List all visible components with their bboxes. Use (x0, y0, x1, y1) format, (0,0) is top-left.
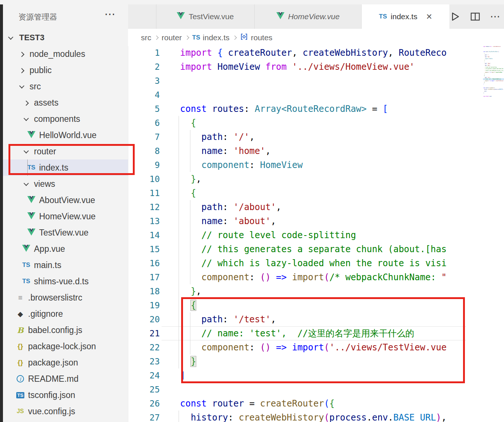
tree-item-label: tsconfig.json (28, 390, 75, 400)
line-number: 27 (128, 411, 160, 422)
json-icon: {} (18, 342, 23, 350)
typescript-icon: TS (22, 261, 30, 269)
line-number: 5 (128, 102, 160, 116)
tree-item-HomeView.vue[interactable]: HomeView.vue (3, 208, 128, 224)
tree-item-App.vue[interactable]: App.vue (3, 241, 128, 257)
line-number: 4 (128, 88, 160, 102)
editor-tab-bar: TestView.vueHomeView.vueTSindex.ts× ⋯ (128, 4, 504, 29)
tree-item-label: HelloWorld.vue (39, 130, 97, 140)
typescript-icon: TS (22, 278, 30, 285)
tree-item-label: HomeView.vue (39, 212, 96, 222)
run-icon[interactable] (449, 11, 460, 22)
tree-item-label: components (34, 114, 80, 124)
code-line-23: 23 } (128, 354, 483, 368)
breadcrumb-label: index.ts (203, 33, 229, 42)
code-line-19: 19 { (128, 298, 483, 312)
code-line-1: 1import { createRouter, createWebHistory… (128, 46, 483, 60)
tree-item-package-lock.json[interactable]: {}package-lock.json (3, 338, 128, 354)
line-number: 18 (128, 284, 160, 298)
breadcrumb-item-routes[interactable]: routes (240, 33, 272, 42)
typescript-icon: TS (379, 13, 387, 20)
explorer-sidebar: 资源管理器 ⋯ TEST3node_modulespublicsrcassets… (3, 4, 128, 422)
split-editor-icon[interactable] (470, 11, 480, 22)
minimap[interactable]: import { createRouter, createWebHistory,… (483, 46, 504, 103)
tree-item-label: src (30, 82, 41, 92)
tree-item-node_modules[interactable]: node_modules (3, 46, 128, 62)
tree-item-main.ts[interactable]: TSmain.ts (3, 257, 128, 273)
tree-item-views[interactable]: views (3, 176, 128, 192)
tree-item-index.ts[interactable]: TSindex.ts (3, 159, 128, 176)
tab-bar-spacer (128, 4, 156, 29)
tab-label: TestView.vue (189, 12, 234, 21)
tree-item-label: package.json (28, 358, 78, 368)
tree-item-components[interactable]: components (3, 111, 128, 127)
vue-icon (27, 130, 35, 140)
tab-HomeView.vue[interactable]: HomeView.vue (255, 4, 362, 29)
json-icon: {} (18, 358, 23, 367)
vue-icon (177, 12, 185, 21)
tree-item-src[interactable]: src (3, 78, 128, 95)
code-editor[interactable]: 1import { createRouter, createWebHistory… (128, 46, 504, 422)
tree-item-public[interactable]: public (3, 62, 128, 78)
code-line-3: 3 (128, 74, 483, 88)
breadcrumb-label: router (162, 33, 182, 42)
tree-item-HelloWorld.vue[interactable]: HelloWorld.vue (3, 127, 128, 143)
code-line-15: 15 // this generates a separate chunk (a… (128, 242, 483, 256)
tree-item-router[interactable]: router (3, 143, 128, 159)
code-line-7: 7 path: '/', (128, 130, 483, 144)
tree-item-tsconfig.json[interactable]: TStsconfig.json (3, 387, 128, 403)
chevron-down-icon (24, 148, 29, 154)
tree-item-package.json[interactable]: {}package.json (3, 354, 128, 371)
code-line-12: 12 path: '/about', (128, 200, 483, 214)
code-line-9: 9 component: HomeView (128, 158, 483, 172)
tab-label: index.ts (391, 12, 417, 21)
typescript-icon: TS (27, 164, 35, 171)
explorer-more-icon[interactable]: ⋯ (104, 7, 115, 20)
tree-item-vue.config.js[interactable]: JSvue.config.js (3, 403, 128, 419)
tree-item-TestView.vue[interactable]: TestView.vue (3, 224, 128, 241)
tree-item-assets[interactable]: assets (3, 95, 128, 111)
symbol-array-icon (240, 33, 248, 42)
chevron-right-icon (19, 68, 24, 73)
tab-TestView.vue[interactable]: TestView.vue (156, 4, 255, 29)
chevron-right-icon (154, 35, 158, 40)
tree-item-.browserslistrc[interactable]: ≡.browserslistrc (3, 289, 128, 306)
code-line-25: 25 (128, 382, 483, 397)
breadcrumb-item-src[interactable]: src (141, 33, 151, 42)
activity-bar-edge (0, 4, 3, 422)
chevron-down-icon (8, 35, 13, 40)
tree-item-TEST3[interactable]: TEST3 (3, 30, 128, 46)
code-line-24: 24] (128, 368, 483, 382)
tree-item-label: router (34, 147, 56, 157)
tree-item-.gitignore[interactable]: ◆.gitignore (3, 306, 128, 322)
tree-item-label: babel.config.js (28, 325, 82, 335)
chevron-right-icon (185, 35, 189, 40)
close-icon[interactable]: × (426, 12, 432, 22)
tree-item-README.md[interactable]: iREADME.md (3, 371, 128, 387)
code-lines: 1import { createRouter, createWebHistory… (128, 46, 483, 422)
line-number: 23 (128, 354, 160, 368)
tree-item-AboutView.vue[interactable]: AboutView.vue (3, 192, 128, 208)
line-number: 3 (128, 74, 160, 88)
tab-index.ts[interactable]: TSindex.ts× (362, 4, 449, 29)
code-line-27: 27 history: createWebHistory(process.env… (128, 411, 483, 422)
code-line-5: 5const routes: Array<RouteRecordRaw> = [ (128, 102, 483, 116)
breadcrumb-item-router[interactable]: router (162, 33, 182, 42)
vue-icon (27, 228, 35, 238)
breadcrumb-label: routes (251, 33, 272, 42)
line-number: 6 (128, 116, 160, 130)
code-line-21: 21 // name: 'test', //这里的名字是用来干什么的 (128, 326, 483, 340)
code-line-22: component: () => import('../views/TestVi… (483, 80, 503, 82)
vue-icon (276, 12, 284, 21)
babel-icon: B (17, 326, 24, 335)
code-line-26: 26const router = createRouter({ (128, 397, 483, 411)
line-number: 1 (128, 46, 160, 60)
line-number: 20 (128, 312, 160, 326)
more-actions-icon[interactable]: ⋯ (490, 11, 500, 22)
code-line-17: 17 component: () => import(/* webpackChu… (128, 270, 483, 284)
breadcrumb-item-index.ts[interactable]: TSindex.ts (192, 33, 229, 42)
tree-item-babel.config.js[interactable]: Bbabel.config.js (3, 322, 128, 338)
tree-item-shims-vue.d.ts[interactable]: TSshims-vue.d.ts (3, 273, 128, 289)
code-line-10: 10 }, (128, 172, 483, 186)
explorer-title: 资源管理器 (18, 12, 57, 22)
